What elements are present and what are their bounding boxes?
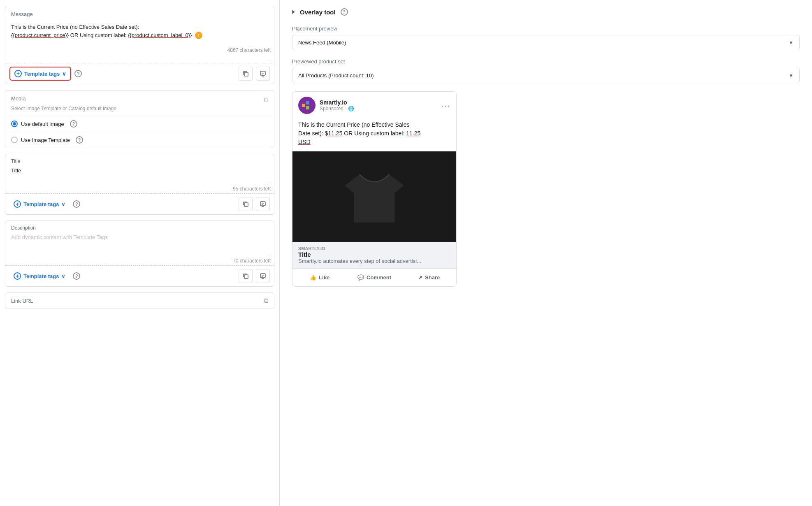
placement-dropdown-chevron: ▼ — [789, 40, 793, 46]
preview-price-1: $11.25 — [325, 130, 343, 137]
link-url-section: Link URL ⧉ — [5, 292, 274, 309]
message-toolbar: + Template tags ∨ ? — [5, 63, 274, 84]
share-icon: ↗ — [418, 274, 422, 281]
ai-button-desc[interactable] — [256, 269, 270, 283]
previewed-product-label: Previewed product set — [292, 58, 800, 65]
link-url-row: Link URL ⧉ — [5, 293, 274, 309]
preview-sponsored: Sponsored · 🌐 — [320, 106, 354, 111]
ai-icon-desc — [260, 273, 266, 279]
use-default-label: Use default image — [21, 121, 64, 127]
smartly-logo-icon — [301, 100, 313, 111]
title-section: Title Title ⌟ 95 characters left + Templ… — [5, 154, 274, 215]
preview-card: Smartly.io Sponsored · 🌐 ··· This is the… — [292, 91, 457, 287]
title-input[interactable]: Title — [5, 166, 274, 178]
preview-brand-info: Smartly.io Sponsored · 🌐 — [320, 99, 354, 111]
media-label: Media — [11, 95, 26, 102]
previewed-product-dropdown[interactable]: All Products (Product count: 10) ▼ — [292, 68, 800, 83]
plus-icon-3: + — [14, 272, 21, 280]
title-char-count: 95 characters left — [5, 184, 274, 193]
preview-actions: 👍 Like 💬 Comment ↗ Share — [292, 268, 456, 286]
chevron-down-icon-2: ∨ — [61, 201, 65, 207]
media-section: Media ⧉ Select Image Template or Catalog… — [5, 90, 274, 148]
overlay-tool-header: Overlay tool ? — [292, 8, 800, 16]
use-image-template-option[interactable]: Use Image Template ? — [5, 132, 274, 148]
copy-icon-desc — [242, 273, 249, 279]
media-subtitle: Select Image Template or Catalog default… — [5, 106, 274, 116]
media-header: Media ⧉ — [5, 91, 274, 106]
more-options-button[interactable]: ··· — [441, 101, 450, 110]
link-url-copy-icon[interactable]: ⧉ — [264, 297, 268, 304]
preview-brand-name: Smartly.io — [320, 99, 354, 106]
share-button[interactable]: ↗ Share — [401, 272, 456, 283]
copy-icon-title — [242, 201, 249, 207]
message-label: Message — [11, 11, 33, 17]
ai-icon-title — [260, 201, 266, 207]
preview-price-2: 11.25 — [406, 130, 420, 137]
preview-price-3: USD — [298, 139, 311, 145]
template-tags-button-2[interactable]: + Template tags ∨ — [9, 198, 70, 210]
chevron-right-icon — [292, 10, 295, 14]
template-tags-button-3[interactable]: + Template tags ∨ — [9, 270, 70, 282]
help-icon-3[interactable]: ? — [73, 272, 80, 280]
media-copy-icon[interactable]: ⧉ — [264, 96, 268, 104]
copy-button-title[interactable] — [239, 197, 253, 211]
help-icon-default-image[interactable]: ? — [70, 120, 77, 128]
description-char-count: 70 characters left — [5, 256, 274, 265]
template-tags-button-1[interactable]: + Template tags ∨ — [9, 67, 71, 81]
description-placeholder[interactable]: Add dynamic content with Template Tags — [5, 232, 274, 250]
product-custom-label-tag: {{product.custom_label_0}} — [128, 32, 192, 38]
help-icon-image-template[interactable]: ? — [76, 136, 83, 144]
like-button[interactable]: 👍 Like — [292, 272, 347, 283]
description-label: Description — [5, 221, 274, 232]
use-image-template-radio[interactable] — [11, 137, 18, 143]
left-panel: Message This is the Current Price (no Ef… — [0, 0, 280, 506]
product-current-price-tag: {{product.current_price}} — [11, 32, 69, 38]
link-url-label: Link URL — [11, 298, 33, 304]
use-default-radio[interactable] — [11, 121, 18, 127]
copy-button-desc[interactable] — [239, 269, 253, 283]
previewed-product-set-section: Previewed product set All Products (Prod… — [292, 58, 800, 83]
chevron-down-icon-1: ∨ — [62, 71, 66, 77]
help-icon-1[interactable]: ? — [74, 70, 82, 77]
svg-rect-7 — [306, 101, 309, 104]
comment-button[interactable]: 💬 Comment — [347, 272, 402, 283]
placement-preview-dropdown[interactable]: News Feed (Mobile) ▼ — [292, 35, 800, 50]
template-tags-label-2: Template tags — [23, 201, 59, 207]
comment-icon: 💬 — [357, 274, 364, 281]
svg-rect-0 — [244, 72, 248, 76]
preview-footer-desc: Smartly.io automates every step of socia… — [298, 258, 450, 264]
help-icon-overlay[interactable]: ? — [341, 8, 348, 16]
ai-button-message[interactable] — [256, 67, 270, 81]
template-tags-label-1: Template tags — [24, 71, 60, 77]
description-section: Description Add dynamic content with Tem… — [5, 221, 274, 287]
like-icon: 👍 — [310, 274, 316, 281]
previewed-product-value: All Products (Product count: 10) — [298, 72, 374, 79]
message-toolbar-right — [239, 67, 270, 81]
preview-card-header: Smartly.io Sponsored · 🌐 ··· — [292, 92, 456, 119]
avatar — [298, 97, 316, 114]
message-connector: OR Using custom label: — [70, 32, 128, 38]
message-section: Message This is the Current Price (no Ef… — [5, 6, 274, 84]
overlay-tool-label: Overlay tool — [300, 9, 336, 16]
warning-icon: ! — [195, 32, 202, 39]
resize-handle-title: ⌟ — [5, 178, 274, 184]
preview-body-text: This is the Current Price (no Effective … — [292, 119, 456, 151]
globe-icon: 🌐 — [348, 106, 354, 111]
svg-rect-8 — [306, 106, 309, 109]
right-panel: Overlay tool ? Placement preview News Fe… — [280, 0, 812, 506]
title-toolbar: + Template tags ∨ ? — [5, 193, 274, 214]
placement-preview-value: News Feed (Mobile) — [298, 39, 346, 46]
message-char-count: 4867 characters left — [5, 46, 274, 55]
use-image-template-label: Use Image Template — [21, 137, 70, 143]
help-icon-2[interactable]: ? — [73, 200, 80, 208]
copy-button-message[interactable] — [239, 67, 253, 81]
description-toolbar-right — [239, 269, 270, 283]
resize-handle-desc: ⌟ — [5, 250, 274, 256]
use-default-image-option[interactable]: Use default image ? — [5, 116, 274, 132]
ai-button-title[interactable] — [256, 197, 270, 211]
preview-footer: SMARTLY.IO Title Smartly.io automates ev… — [292, 242, 456, 268]
svg-rect-6 — [302, 104, 305, 107]
plus-icon-2: + — [14, 200, 21, 208]
preview-footer-brand: SMARTLY.IO — [298, 246, 450, 251]
product-dropdown-chevron: ▼ — [789, 73, 793, 79]
